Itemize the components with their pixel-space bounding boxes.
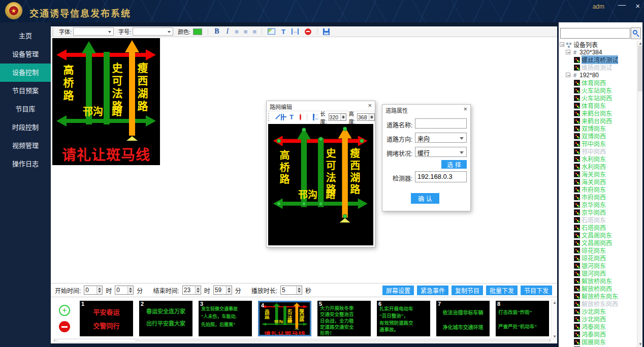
spinner-arrows[interactable]	[195, 286, 201, 294]
playlist-item-3[interactable]: 发生轻微交通事故“人未伤，车能动,先拍照，后撤离”3	[199, 301, 252, 336]
device-node[interactable]: 海关岗东	[559, 170, 637, 178]
playlist-item-6[interactable]: 扎实开展电动车“百日整治”，有效预防道路交通事故。6	[377, 301, 430, 336]
playlist-item-2[interactable]: 春运安全连万家出行平安靠大家2	[139, 301, 192, 336]
select-button[interactable]: 选 择	[441, 160, 467, 169]
device-node[interactable]: 水利岗东	[559, 155, 637, 163]
sidebar-item-6[interactable]: 时段控制	[0, 118, 51, 137]
device-node[interactable]: 火车站岗东	[559, 86, 637, 94]
panel-vertical-scrollbar[interactable]: ▲ ▼	[637, 41, 642, 347]
align-right-icon[interactable]: ≡	[252, 28, 256, 36]
sidebar-item-1[interactable]: 主页	[0, 27, 51, 45]
action-button[interactable]: 紧急事件	[417, 286, 448, 295]
scroll-right-arrow[interactable]: ›	[549, 338, 551, 343]
playlist-item-4[interactable]: 高桥路 史可法路 瘦西湖路 邗沟 路 请礼让斑马线 4	[258, 301, 311, 336]
device-node[interactable]: 来鹤台岗东	[559, 109, 637, 117]
scroll-up-arrow[interactable]: ▲	[638, 41, 642, 46]
action-button[interactable]: 批量下发	[486, 286, 518, 295]
minimize-button[interactable]: —	[618, 0, 626, 9]
playlist-item-1[interactable]: 平安春运交警同行1	[80, 301, 133, 336]
device-node[interactable]: 解放桥东岗东	[559, 292, 637, 300]
playlist-item-8[interactable]: 打击改装“炸街”严查严处“机动车”8	[496, 301, 549, 336]
device-node[interactable]: 市府岗西	[559, 193, 637, 201]
scroll-down-arrow[interactable]: ▼	[553, 334, 557, 339]
device-node[interactable]: 石塔岗东	[559, 216, 637, 224]
action-button[interactable]: 复制节目	[452, 286, 483, 295]
device-node[interactable]: 体育岗东	[559, 102, 637, 109]
device-search-button[interactable]	[631, 27, 641, 39]
font-dropdown[interactable]	[73, 27, 114, 36]
device-node[interactable]: 鸿泰岗西	[559, 330, 637, 338]
logged-in-user[interactable]: adm	[593, 3, 604, 10]
start-hour-spinner[interactable]: 0	[84, 286, 103, 295]
device-node[interactable]: 银河岗东	[559, 262, 637, 269]
playlist-item-7[interactable]: 依法治理非标车辆净化城市交通环境7	[436, 301, 490, 336]
text-tool-icon[interactable]: T	[289, 113, 294, 121]
road-direction-select[interactable]: 来向	[415, 133, 467, 143]
insert-image-icon[interactable]	[268, 28, 275, 35]
length-spinner[interactable]: 320	[329, 113, 346, 121]
device-node[interactable]: 市府岗东	[559, 185, 637, 193]
tree-expander-icon[interactable]	[566, 50, 570, 54]
sidebar-item-7[interactable]: 视频管理	[0, 137, 51, 155]
close-button[interactable]: ×	[635, 2, 640, 10]
end-hour-spinner[interactable]: 23	[182, 286, 201, 295]
tree-expander-icon[interactable]	[560, 42, 564, 47]
group-node[interactable]: #192*80	[559, 71, 637, 79]
device-node[interactable]: 海关岗西	[559, 178, 637, 185]
text-tool-icon[interactable]: T	[281, 28, 285, 36]
device-node[interactable]: 国展岗东	[559, 338, 637, 345]
scroll-down-arrow[interactable]: ▼	[638, 342, 642, 346]
sidebar-item-5[interactable]: 节目库	[0, 100, 51, 118]
device-node[interactable]: 解放桥东岗西	[559, 300, 637, 307]
device-node[interactable]: 沙北岗西	[559, 315, 637, 323]
height-spinner[interactable]: 368	[357, 113, 375, 121]
spinner-arrows[interactable]	[127, 286, 133, 294]
device-node[interactable]: 银河岗西	[559, 269, 637, 277]
device-node[interactable]: 京华岗东	[559, 201, 637, 208]
delete-icon[interactable]	[300, 114, 301, 120]
action-button[interactable]: 屏幕设置	[382, 286, 414, 295]
road-name-input[interactable]	[415, 118, 467, 129]
spinner-arrows[interactable]	[369, 114, 374, 120]
root-node[interactable]: 设备列表	[559, 41, 637, 48]
color-swatch[interactable]	[193, 28, 202, 35]
scroll-left-arrow[interactable]: ‹	[54, 338, 55, 343]
device-node[interactable]: 双博岗东	[559, 124, 637, 132]
sidebar-item-3[interactable]: 设备控制	[0, 64, 51, 82]
scroll-up-arrow[interactable]: ▲	[553, 300, 557, 305]
device-node[interactable]: 火车站岗西	[559, 94, 637, 102]
device-node[interactable]: 沙北岗东	[559, 307, 637, 315]
save-icon[interactable]	[323, 28, 330, 35]
playlist-item-5[interactable]: 大力开展秋冬季交通安全整治百日会战，全力稳定道路交通安全形势！5	[317, 301, 371, 336]
device-node[interactable]: 琼花岗东	[559, 246, 637, 254]
spinner-arrows[interactable]	[226, 286, 232, 294]
device-node[interactable]: 京华岗西	[559, 208, 637, 216]
align-center-icon[interactable]: ≡	[244, 28, 248, 36]
confirm-button[interactable]: 确 认	[411, 193, 439, 204]
device-node[interactable]: 邗中岗西	[559, 147, 637, 155]
save-icon[interactable]	[313, 114, 314, 120]
fit-width-icon[interactable]: ↔	[292, 28, 299, 35]
device-node[interactable]: 维扬岗测试	[559, 64, 637, 71]
device-node[interactable]: 螺丝湾桥测试	[559, 56, 637, 64]
device-node[interactable]: 文昌阁岗西	[559, 239, 637, 246]
device-search-input[interactable]	[560, 28, 630, 39]
crossing-tool-icon[interactable]	[281, 114, 284, 120]
duration-spinner[interactable]: 5	[280, 286, 302, 295]
end-minute-spinner[interactable]: 59	[213, 286, 232, 295]
group-node[interactable]: #320*384	[559, 48, 637, 56]
editor-canvas[interactable]: 高桥路 史可法路 瘦西湖路 邗沟 路 请礼让斑马线	[268, 124, 373, 245]
scrollbar-thumb[interactable]	[638, 46, 642, 91]
sidebar-item-8[interactable]: 操作日志	[0, 155, 51, 173]
sign-canvas[interactable]: 高桥路 史可法路 瘦西湖路 邗沟 路 请礼让斑马线	[52, 38, 160, 165]
device-node[interactable]: 水利岗西	[559, 163, 637, 170]
device-node[interactable]: 体育岗西	[559, 79, 637, 86]
dialog-close-icon[interactable]: ×	[463, 105, 467, 113]
align-left-icon[interactable]: ≡	[235, 28, 239, 36]
device-node[interactable]: 解放桥岗东	[559, 277, 637, 285]
draw-line-icon[interactable]	[274, 114, 276, 120]
device-node[interactable]: 文昌阁岗东	[559, 231, 637, 239]
bold-button[interactable]: B	[214, 27, 219, 36]
congestion-select[interactable]: 缓行	[415, 147, 467, 157]
spinner-arrows[interactable]	[296, 286, 302, 294]
